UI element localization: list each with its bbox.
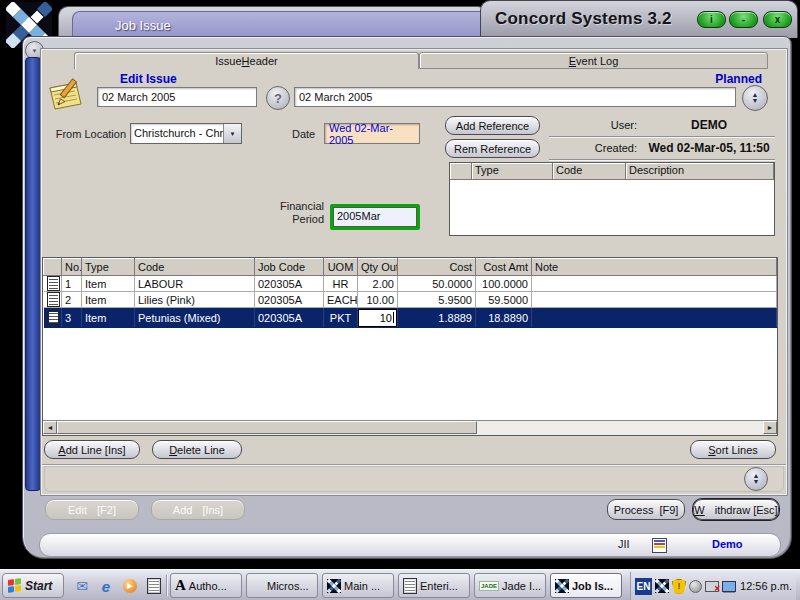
- process-button[interactable]: Process[F9]: [607, 499, 685, 520]
- cell-no: 2: [62, 292, 82, 308]
- taskbar: Start ✉e▶ AAutho...Micros...Main ...Ente…: [0, 569, 800, 600]
- row-selector-cell[interactable]: [44, 276, 62, 292]
- date-input[interactable]: Wed 02-Mar-2005: [324, 123, 420, 144]
- horizontal-scrollbar[interactable]: ◄ ►: [43, 420, 777, 435]
- task-label: Enteri...: [420, 580, 458, 592]
- status-badge: Planned: [715, 72, 762, 86]
- quick-launch-outlook-icon[interactable]: ✉: [72, 576, 92, 596]
- user-info-block: User: DEMO Created: Wed 02-Mar-05, 11:50: [549, 114, 775, 160]
- network-error-icon[interactable]: ×: [705, 581, 719, 592]
- info-button[interactable]: i: [697, 11, 726, 28]
- scroll-left-icon[interactable]: ◄: [43, 421, 57, 434]
- add-line-button[interactable]: Add Line [Ins]: [44, 440, 140, 459]
- taskbar-task-5[interactable]: JADEJade I...: [474, 573, 546, 598]
- taskbar-task-6[interactable]: Job Is...: [550, 573, 622, 598]
- user-initials: JII: [618, 538, 630, 550]
- col-cost_amt[interactable]: Cost Amt: [476, 259, 532, 276]
- ref-col-type[interactable]: Type: [472, 163, 553, 180]
- chevron-down-icon[interactable]: ▼: [223, 124, 241, 143]
- taskbar-task-4[interactable]: Enteri...: [398, 573, 470, 598]
- language-indicator[interactable]: EN: [635, 578, 652, 595]
- row-selector-cell[interactable]: [44, 308, 62, 328]
- rem-reference-button[interactable]: Rem Reference: [445, 139, 540, 158]
- delete-line-button[interactable]: Delete Line: [152, 440, 242, 459]
- col-note[interactable]: Note: [532, 259, 777, 276]
- app-title: Concord Systems 3.2: [495, 9, 672, 29]
- col-job_code[interactable]: Job Code: [255, 259, 324, 276]
- cell-job_code: 020305A: [255, 292, 324, 308]
- tray-icons: !×: [655, 579, 736, 594]
- col-no[interactable]: No.: [62, 259, 82, 276]
- from-location-value: Christchurch - Chris: [131, 124, 223, 143]
- window-title: Job Issue: [72, 11, 482, 38]
- quick-launch-ie-icon[interactable]: e: [96, 576, 116, 596]
- line-row-1[interactable]: 1ItemLABOUR020305AHR2.0050.0000100.0000: [44, 276, 777, 292]
- minimize-button[interactable]: -: [729, 11, 758, 28]
- withdraw-button[interactable]: Withdraw [Esc]: [693, 499, 779, 520]
- from-location-label: From Location: [54, 128, 126, 140]
- from-location-select[interactable]: Christchurch - Chris ▼: [130, 123, 242, 144]
- line-doc-icon: [47, 276, 60, 291]
- quick-launch-media-player-icon[interactable]: ▶: [120, 576, 140, 596]
- tab-issue-header[interactable]: Issue Header: [74, 52, 419, 69]
- line-row-2[interactable]: 2ItemLilies (Pink)020305AEACH10.005.9500…: [44, 292, 777, 308]
- user-value: DEMO: [643, 118, 775, 132]
- task-label: Autho...: [189, 580, 227, 592]
- cell-note: [532, 276, 777, 292]
- lines-table: No.TypeCodeJob CodeUOMQty OutCostCost Am…: [42, 257, 778, 436]
- help-button[interactable]: ?: [266, 86, 290, 110]
- line-row-3[interactable]: 3ItemPetunias (Mixed)020305APKT101.88891…: [44, 308, 777, 328]
- row-selector-cell[interactable]: [44, 292, 62, 308]
- display-icon[interactable]: [722, 581, 736, 592]
- scroll-right-icon[interactable]: ►: [763, 421, 777, 434]
- app-titlebar: Concord Systems 3.2 i - x: [480, 0, 798, 38]
- ref-col-icon[interactable]: [450, 163, 472, 180]
- sort-lines-button[interactable]: Sort Lines: [690, 440, 776, 459]
- ref-col-description[interactable]: Description: [626, 163, 774, 180]
- text-caret: [393, 312, 394, 323]
- taskbar-task-3[interactable]: Main ...: [322, 573, 394, 598]
- col-code[interactable]: Code: [135, 259, 255, 276]
- description-input[interactable]: 02 March 2005: [294, 87, 736, 107]
- issue-date-value: 02 March 2005: [102, 91, 175, 103]
- issue-date-input[interactable]: 02 March 2005: [97, 87, 257, 107]
- notes-spinner[interactable]: ▲▼: [744, 467, 768, 491]
- add-reference-button[interactable]: Add Reference: [445, 116, 540, 135]
- financial-period-input[interactable]: 2005Mar: [330, 204, 420, 230]
- issue-header-page: Issue Header Event Log Edit Issue Planne…: [41, 49, 787, 495]
- header-spinner[interactable]: ▲▼: [742, 85, 768, 111]
- scrollbar-track[interactable]: [477, 421, 763, 435]
- qty-out-editor[interactable]: 10: [358, 309, 397, 327]
- user-row: User: DEMO: [549, 114, 775, 137]
- start-button[interactable]: Start: [2, 573, 64, 598]
- shield-icon[interactable]: !: [672, 579, 686, 594]
- scrollbar-thumb[interactable]: [57, 421, 477, 434]
- col-cost[interactable]: Cost: [398, 259, 476, 276]
- tab-event-log[interactable]: Event Log: [419, 52, 768, 69]
- cell-code: Lilies (Pink): [135, 292, 255, 308]
- created-value: Wed 02-Mar-05, 11:50: [643, 141, 775, 155]
- demo-mode-label: Demo: [712, 538, 743, 550]
- date-label: Date: [292, 128, 315, 140]
- volume-icon[interactable]: [689, 580, 702, 593]
- task-label: Jade I...: [502, 580, 541, 592]
- created-label: Created:: [549, 142, 643, 154]
- col-type[interactable]: Type: [82, 259, 135, 276]
- col-qty_out[interactable]: Qty Out: [358, 259, 398, 276]
- ref-col-code[interactable]: Code: [553, 163, 626, 180]
- taskbar-task-1[interactable]: AAutho...: [170, 573, 242, 598]
- col-uom[interactable]: UOM: [324, 259, 358, 276]
- cell-note: [532, 292, 777, 308]
- show-desktop-icon: [147, 578, 161, 594]
- financial-period-label: Financial Period: [224, 200, 324, 226]
- quick-launch-show-desktop-icon[interactable]: [144, 576, 164, 596]
- concord-icon: [327, 579, 341, 593]
- concord-icon[interactable]: [655, 579, 669, 593]
- col-row-selector[interactable]: [44, 259, 62, 276]
- document-icon: [403, 578, 417, 594]
- office-icon: [251, 579, 264, 592]
- taskbar-task-2[interactable]: Micros...: [246, 573, 318, 598]
- close-button[interactable]: x: [763, 11, 792, 28]
- cell-code: LABOUR: [135, 276, 255, 292]
- job-issue-window: ▼ Issue Header Event Log Edit Issue Plan…: [22, 36, 792, 559]
